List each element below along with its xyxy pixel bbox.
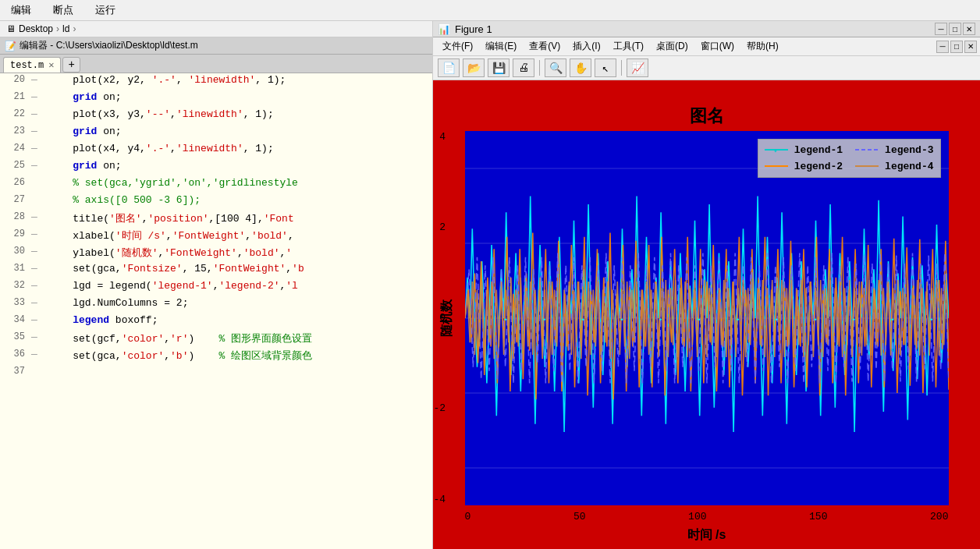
x-tick-150: 150 [809, 511, 827, 522]
breadcrumb: 🖥 Desktop › ld › [0, 21, 432, 37]
tab-add-btn[interactable]: + [62, 57, 80, 73]
legend-item-3: legend-3 [855, 144, 933, 156]
toolbar-pan-btn[interactable]: ✋ [570, 58, 591, 77]
svg-text:✦: ✦ [890, 316, 894, 323]
toolbar-sep1 [539, 60, 540, 76]
code-line-27: 27 % axis([0 500 -3 6]); [0, 193, 432, 211]
chart-plot-area: 随机数 4 2 0 -2 -4 0 50 [465, 131, 949, 505]
svg-text:✦: ✦ [929, 316, 933, 323]
svg-text:✦: ✦ [620, 316, 623, 323]
breadcrumb-desktop[interactable]: Desktop [19, 23, 53, 34]
code-line-31: 31 — set(gca,'Fontsize', 15,'FontWeight'… [0, 262, 432, 279]
breadcrumb-sep1: › [56, 23, 59, 34]
fig-menu-help[interactable]: 帮助(H) [740, 39, 785, 54]
figure-toolbar: 📄 📂 💾 🖨 🔍 ✋ ↖ 📈 [433, 56, 980, 80]
figure-close-btn[interactable]: ✕ [963, 23, 975, 35]
svg-text:✦: ✦ [736, 316, 740, 323]
tab-close-btn[interactable]: ✕ [48, 59, 54, 71]
figure-title: Figure 1 [455, 23, 933, 35]
svg-text:✦: ✦ [581, 316, 584, 323]
editor-menu-bar: 编辑 断点 运行 [0, 0, 980, 21]
figure-panel: 📊 Figure 1 ─ □ ✕ 文件(F) 编辑(E) 查看(V) 插入(I)… [433, 21, 980, 549]
svg-text:✦: ✦ [774, 316, 778, 323]
code-line-28: 28 — title('图名','position',[100 4],'Font [0, 211, 432, 228]
code-line-22: 22 — plot(x3, y3,'--','linewidth', 1); [0, 108, 432, 125]
fig-menu-desktop[interactable]: 桌面(D) [650, 39, 694, 54]
legend-label-3: legend-3 [885, 144, 933, 156]
legend-line-4 [855, 161, 879, 171]
svg-text:✦: ✦ [697, 316, 701, 323]
x-tick-50: 50 [573, 511, 586, 522]
legend-label-1: legend-1 [794, 144, 843, 156]
toolbar-new-btn[interactable]: 📄 [438, 58, 460, 77]
code-line-21: 21 — grid on; [0, 90, 432, 108]
svg-text:✦: ✦ [542, 316, 546, 323]
figure-title-bar: 📊 Figure 1 ─ □ ✕ [433, 21, 980, 37]
chart-xlabel: 时间 /s [465, 527, 949, 544]
code-line-29: 29 — xlabel('时间 /s','FontWeight','bold', [0, 228, 432, 245]
fig-ctrl-2[interactable]: □ [950, 41, 963, 53]
x-axis-labels: 0 50 100 150 200 [465, 511, 949, 522]
y-tick-0: 0 [439, 312, 446, 324]
app-container: 编辑 断点 运行 🖥 Desktop › ld › 📝 编辑器 - C:\Use… [0, 0, 980, 549]
breadcrumb-sep2: › [73, 23, 76, 34]
editor-title-bar: 📝 编辑器 - C:\Users\xiaolizi\Desktop\ld\tes… [0, 37, 432, 55]
toolbar-sep2 [621, 60, 622, 76]
menu-run[interactable]: 运行 [84, 2, 126, 19]
editor-path: 编辑器 - C:\Users\xiaolizi\Desktop\ld\test.… [20, 39, 198, 52]
fig-menu-view[interactable]: 查看(V) [523, 39, 566, 54]
code-line-32: 32 — lgd = legend('legend-1','legend-2',… [0, 279, 432, 296]
figure-maximize-btn[interactable]: □ [949, 23, 961, 35]
legend-item-1: ✦ legend-1 [765, 144, 843, 156]
chart-svg: ✦ ✦ ✦ ✦ ✦ ✦ ✦ ✦ ✦ ✦ ✦ ✦ [465, 131, 949, 505]
chart-container: 图名 随机数 4 2 0 -2 -4 [465, 104, 949, 526]
figure-window-controls: ─ □ ✕ [936, 41, 977, 53]
toolbar-plot-btn[interactable]: 📈 [627, 58, 648, 77]
legend-box: ✦ legend-1 legend-3 [758, 139, 941, 178]
fig-ctrl-3[interactable]: ✕ [964, 41, 977, 53]
toolbar-select-btn[interactable]: ↖ [595, 58, 616, 77]
code-line-30: 30 — ylabel('随机数','FontWeight','bold',' [0, 245, 432, 262]
svg-text:✦: ✦ [813, 316, 817, 323]
fig-menu-file[interactable]: 文件(F) [436, 39, 479, 54]
x-tick-100: 100 [688, 511, 706, 522]
fig-menu-edit[interactable]: 编辑(E) [479, 39, 523, 54]
svg-text:✦: ✦ [852, 316, 856, 323]
toolbar-print-btn[interactable]: 🖨 [513, 58, 534, 77]
legend-item-2: legend-2 [765, 161, 843, 172]
figure-menubar: 文件(F) 编辑(E) 查看(V) 插入(I) 工具(T) 桌面(D) 窗口(W… [433, 37, 980, 56]
fig-menu-tools[interactable]: 工具(T) [607, 39, 650, 54]
toolbar-zoom-btn[interactable]: 🔍 [545, 58, 566, 77]
code-line-36: 36 — set(gca,'color','b') % 绘图区域背景颜色 [0, 348, 432, 365]
chart-title: 图名 [465, 104, 949, 128]
y-tick-4: 4 [439, 131, 446, 143]
code-line-34: 34 — legend boxoff; [0, 313, 432, 331]
code-editor[interactable]: 20 — plot(x2, y2, '.-', 'linewidth', 1);… [0, 73, 432, 549]
figure-canvas: 图名 随机数 4 2 0 -2 -4 [433, 80, 980, 549]
code-line-33: 33 — lgd.NumColumns = 2; [0, 296, 432, 313]
legend-line-2 [765, 161, 788, 171]
y-tick-n4: -4 [434, 494, 446, 505]
legend-line-3 [855, 145, 879, 154]
toolbar-open-btn[interactable]: 📂 [463, 58, 485, 77]
fig-menu-insert[interactable]: 插入(I) [566, 39, 606, 54]
code-line-37: 37 [0, 365, 432, 382]
legend-label-4: legend-4 [885, 161, 933, 172]
fig-ctrl-1[interactable]: ─ [936, 41, 949, 53]
breadcrumb-ld[interactable]: ld [62, 23, 69, 34]
y-tick-2: 2 [439, 221, 446, 233]
y-axis-labels: 4 2 0 -2 -4 [434, 131, 446, 505]
code-line-26: 26 % set(gca,'ygrid','on','gridlinestyle [0, 176, 432, 193]
fig-menu-window[interactable]: 窗口(W) [694, 39, 740, 54]
figure-minimize-btn[interactable]: ─ [935, 23, 947, 35]
svg-text:✦: ✦ [773, 147, 777, 154]
menu-breakpoint[interactable]: 断点 [42, 2, 84, 19]
figure-icon: 📊 [438, 23, 450, 35]
tab-test-m[interactable]: test.m ✕ [3, 57, 61, 73]
x-tick-200: 200 [930, 511, 948, 522]
svg-text:✦: ✦ [503, 316, 507, 323]
editor-panel: 🖥 Desktop › ld › 📝 编辑器 - C:\Users\xiaoli… [0, 21, 433, 549]
menu-edit[interactable]: 编辑 [0, 2, 42, 19]
toolbar-save-btn[interactable]: 💾 [488, 58, 510, 77]
code-line-20: 20 — plot(x2, y2, '.-', 'linewidth', 1); [0, 73, 432, 90]
